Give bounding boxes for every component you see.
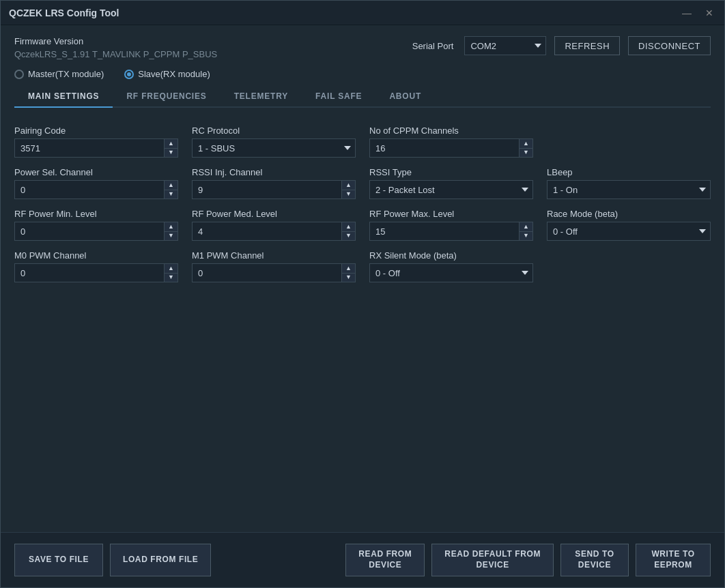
- cppm-channels-spinner-btns: ▲ ▼: [519, 139, 532, 157]
- cppm-channels-down[interactable]: ▼: [520, 149, 532, 158]
- slave-radio-circle: [124, 70, 134, 79]
- rf-power-min-group: RF Power Min. Level ▲ ▼: [14, 209, 178, 241]
- rssi-type-select[interactable]: 0 - Off 1 - RSSI 2 - Packet Lost: [369, 180, 533, 199]
- power-sel-input[interactable]: [15, 181, 164, 199]
- refresh-button[interactable]: REFRESH: [554, 36, 620, 55]
- rc-protocol-select[interactable]: 0 - CPPM 1 - SBUS 2 - MAVLINK: [192, 138, 356, 158]
- pairing-code-spinner-btns: ▲ ▼: [164, 139, 177, 157]
- rf-power-min-input[interactable]: [15, 222, 164, 240]
- power-sel-up[interactable]: ▲: [165, 181, 177, 190]
- lbeep-select[interactable]: 0 - Off 1 - On: [547, 180, 711, 199]
- rssi-inj-group: RSSI Inj. Channel ▲ ▼: [192, 167, 356, 199]
- rssi-inj-input[interactable]: [193, 181, 341, 199]
- cppm-channels-input[interactable]: [370, 139, 519, 157]
- pairing-code-label: Pairing Code: [14, 126, 178, 136]
- rf-power-med-label: RF Power Med. Level: [192, 209, 356, 219]
- slave-radio-label: Slave(RX module): [138, 69, 210, 79]
- power-sel-down[interactable]: ▼: [165, 190, 177, 199]
- race-mode-group: Race Mode (beta) 0 - Off 1 - On: [547, 209, 711, 241]
- rx-silent-mode-group: RX Silent Mode (beta) 0 - Off 1 - On: [369, 250, 533, 282]
- rssi-inj-spinner: ▲ ▼: [192, 180, 356, 199]
- save-to-file-button[interactable]: SAVE TO FILE: [14, 544, 103, 576]
- lbeep-label: LBeep: [547, 167, 711, 177]
- close-button[interactable]: ✕: [702, 8, 716, 18]
- tab-main-settings[interactable]: MAIN SETTINGS: [14, 86, 113, 108]
- rf-power-med-up[interactable]: ▲: [342, 222, 355, 232]
- firmware-serial-row: Firmware Version QczekLRS_S_1.91 T_MAVLI…: [14, 36, 711, 59]
- rf-power-min-label: RF Power Min. Level: [14, 209, 178, 219]
- tab-fail-safe[interactable]: FAIL SAFE: [302, 86, 375, 108]
- slave-radio[interactable]: Slave(RX module): [124, 69, 210, 79]
- read-from-device-button[interactable]: READ FROMDEVICE: [345, 544, 425, 576]
- m0-pwm-label: M0 PWM Channel: [14, 250, 178, 261]
- rssi-inj-label: RSSI Inj. Channel: [192, 167, 356, 177]
- cppm-channels-spinner: ▲ ▼: [369, 138, 533, 158]
- pairing-code-down[interactable]: ▼: [165, 149, 177, 158]
- rf-power-min-down[interactable]: ▼: [165, 232, 177, 241]
- rc-protocol-label: RC Protocol: [192, 126, 356, 136]
- rssi-type-group: RSSI Type 0 - Off 1 - RSSI 2 - Packet Lo…: [369, 167, 533, 199]
- serial-label: Serial Port: [412, 41, 454, 51]
- rf-power-max-spinner-btns: ▲ ▼: [519, 222, 532, 240]
- rc-protocol-group: RC Protocol 0 - CPPM 1 - SBUS 2 - MAVLIN…: [192, 126, 356, 158]
- settings-grid: Pairing Code ▲ ▼ RC Protocol 0 - CP: [14, 115, 711, 293]
- rf-power-med-input[interactable]: [193, 222, 341, 240]
- rf-power-med-group: RF Power Med. Level ▲ ▼: [192, 209, 356, 241]
- rx-silent-mode-select[interactable]: 0 - Off 1 - On: [369, 263, 533, 282]
- master-radio[interactable]: Master(TX module): [14, 69, 104, 79]
- rf-power-max-label: RF Power Max. Level: [369, 209, 533, 219]
- power-sel-label: Power Sel. Channel: [14, 167, 178, 177]
- write-to-eeprom-button[interactable]: WRITE TOEEPROM: [636, 544, 711, 576]
- empty-r1c4: [547, 126, 711, 158]
- rc-protocol-dropdown-wrapper: 0 - CPPM 1 - SBUS 2 - MAVLINK: [192, 138, 356, 158]
- minimize-button[interactable]: —: [679, 8, 694, 18]
- m0-pwm-spinner: ▲ ▼: [14, 263, 178, 282]
- firmware-section: Firmware Version QczekLRS_S_1.91 T_MAVLI…: [14, 36, 399, 59]
- pairing-code-input[interactable]: [15, 139, 164, 157]
- m1-pwm-down[interactable]: ▼: [342, 274, 355, 282]
- m0-pwm-input[interactable]: [15, 264, 164, 282]
- m0-pwm-up[interactable]: ▲: [165, 264, 177, 274]
- load-from-file-button[interactable]: LOAD FROM FILE: [110, 544, 211, 576]
- rssi-inj-spinner-btns: ▲ ▼: [341, 181, 355, 199]
- tab-rf-frequencies[interactable]: RF FREQUENCIES: [113, 86, 220, 108]
- power-sel-spinner: ▲ ▼: [14, 180, 178, 199]
- m1-pwm-input[interactable]: [193, 264, 341, 282]
- tab-telemetry[interactable]: TELEMETRY: [221, 86, 302, 108]
- m1-pwm-group: M1 PWM Channel ▲ ▼: [192, 250, 356, 282]
- serial-section: Serial Port COM2 COM1 COM3 COM4 REFRESH …: [412, 36, 711, 55]
- race-mode-label: Race Mode (beta): [547, 209, 711, 219]
- rssi-inj-up[interactable]: ▲: [342, 181, 355, 190]
- race-mode-select[interactable]: 0 - Off 1 - On: [547, 222, 711, 241]
- read-default-from-device-button[interactable]: READ DEFAULT FROMDEVICE: [431, 544, 554, 576]
- firmware-value: QczekLRS_S_1.91 T_MAVLINK P_CPPM P_SBUS: [14, 49, 399, 59]
- rssi-inj-down[interactable]: ▼: [342, 190, 355, 199]
- m1-pwm-up[interactable]: ▲: [342, 264, 355, 274]
- rf-power-max-down[interactable]: ▼: [520, 232, 532, 241]
- rx-silent-mode-dropdown-wrapper: 0 - Off 1 - On: [369, 263, 533, 282]
- pairing-code-up[interactable]: ▲: [165, 139, 177, 149]
- rf-power-max-spinner: ▲ ▼: [369, 222, 533, 241]
- lbeep-group: LBeep 0 - Off 1 - On: [547, 167, 711, 199]
- rssi-type-dropdown-wrapper: 0 - Off 1 - RSSI 2 - Packet Lost: [369, 180, 533, 199]
- window-title: QCZEK LRS Config Tool: [9, 8, 119, 18]
- m0-pwm-down[interactable]: ▼: [165, 274, 177, 282]
- disconnect-button[interactable]: DISCONNECT: [628, 36, 711, 55]
- send-to-device-button[interactable]: SEND TODEVICE: [560, 544, 629, 576]
- race-mode-dropdown-wrapper: 0 - Off 1 - On: [547, 222, 711, 241]
- tab-about[interactable]: ABOUT: [375, 86, 435, 108]
- rf-power-max-up[interactable]: ▲: [520, 222, 532, 232]
- cppm-channels-up[interactable]: ▲: [520, 139, 532, 149]
- rf-power-max-input[interactable]: [370, 222, 519, 240]
- m1-pwm-spinner: ▲ ▼: [192, 263, 356, 282]
- rf-power-min-spinner: ▲ ▼: [14, 222, 178, 241]
- footer: SAVE TO FILE LOAD FROM FILE READ FROMDEV…: [1, 532, 724, 587]
- pairing-code-spinner: ▲ ▼: [14, 138, 178, 158]
- rf-power-min-spinner-btns: ▲ ▼: [164, 222, 177, 240]
- m0-pwm-group: M0 PWM Channel ▲ ▼: [14, 250, 178, 282]
- m0-pwm-spinner-btns: ▲ ▼: [164, 264, 177, 282]
- titlebar: QCZEK LRS Config Tool — ✕: [1, 1, 724, 25]
- serial-port-select[interactable]: COM2 COM1 COM3 COM4: [464, 36, 546, 55]
- rf-power-med-down[interactable]: ▼: [342, 232, 355, 241]
- rf-power-min-up[interactable]: ▲: [165, 222, 177, 232]
